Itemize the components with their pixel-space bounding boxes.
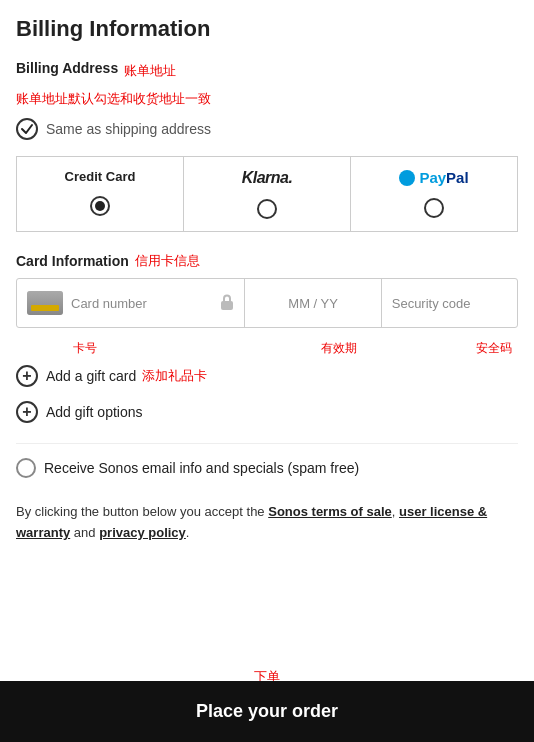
privacy-link[interactable]: privacy policy — [99, 525, 186, 540]
payment-paypal[interactable]: PayPal — [351, 157, 517, 231]
billing-address-label: Billing Address — [16, 60, 118, 76]
same-shipping-annotation: 账单地址默认勾选和收货地址一致 — [16, 90, 518, 108]
card-input-box: Card number MM / YY Security code — [16, 278, 518, 328]
email-subscription-row[interactable]: Receive Sonos email info and specials (s… — [16, 458, 518, 478]
same-shipping-checkbox[interactable] — [16, 118, 38, 140]
security-placeholder: Security code — [392, 296, 471, 311]
paypal-label: PayPal — [399, 169, 468, 186]
paypal-text: PayPal — [419, 169, 468, 186]
add-gift-card-label: Add a gift card — [46, 368, 136, 384]
add-gift-options-icon: + — [16, 401, 38, 423]
lock-icon — [220, 293, 234, 314]
payment-klarna[interactable]: Klarna. — [184, 157, 351, 231]
divider — [16, 443, 518, 444]
place-order-button[interactable]: Place your order — [0, 681, 534, 742]
svg-rect-0 — [221, 301, 233, 310]
expiry-annotation: 有效期 — [281, 340, 397, 357]
terms-suffix: . — [186, 525, 190, 540]
security-field[interactable]: Security code — [382, 279, 517, 327]
terms-middle: , — [392, 504, 399, 519]
payment-methods: Credit Card Klarna. PayPal — [16, 156, 518, 232]
card-number-field[interactable]: Card number — [17, 279, 245, 327]
add-gift-card-icon: + — [16, 365, 38, 387]
add-gift-options-row[interactable]: + Add gift options — [16, 401, 518, 423]
paypal-icon — [399, 170, 415, 186]
same-shipping-row[interactable]: Same as shipping address — [16, 118, 518, 140]
paypal-radio[interactable] — [424, 198, 444, 218]
terms-link[interactable]: Sonos terms of sale — [268, 504, 392, 519]
card-number-annotation: 卡号 — [18, 340, 281, 357]
card-number-placeholder: Card number — [71, 296, 147, 311]
expiry-placeholder: MM / YY — [288, 296, 338, 311]
security-annotation: 安全码 — [396, 340, 516, 357]
terms-and: and — [70, 525, 99, 540]
page-title: Billing Information — [16, 16, 518, 42]
klarna-label: Klarna. — [242, 169, 293, 187]
credit-card-radio[interactable] — [90, 196, 110, 216]
expiry-field[interactable]: MM / YY — [245, 279, 381, 327]
same-address-label: Same as shipping address — [46, 121, 211, 137]
card-info-annotation: 信用卡信息 — [135, 252, 200, 270]
billing-address-annotation: 账单地址 — [124, 62, 176, 80]
add-gift-card-annotation: 添加礼品卡 — [142, 367, 207, 385]
email-subscription-radio[interactable] — [16, 458, 36, 478]
klarna-radio[interactable] — [257, 199, 277, 219]
terms-text: By clicking the button below you accept … — [16, 502, 518, 548]
payment-credit-card[interactable]: Credit Card — [17, 157, 184, 231]
terms-prefix: By clicking the button below you accept … — [16, 504, 268, 519]
card-info-label: Card Information — [16, 253, 129, 269]
add-gift-card-row[interactable]: + Add a gift card 添加礼品卡 — [16, 365, 518, 387]
email-subscription-label: Receive Sonos email info and specials (s… — [44, 460, 359, 476]
checkmark-icon — [20, 122, 34, 136]
add-gift-options-label: Add gift options — [46, 404, 143, 420]
credit-card-label: Credit Card — [65, 169, 136, 184]
card-annotations: 卡号 有效期 安全码 — [16, 340, 518, 357]
card-icon — [27, 291, 63, 315]
